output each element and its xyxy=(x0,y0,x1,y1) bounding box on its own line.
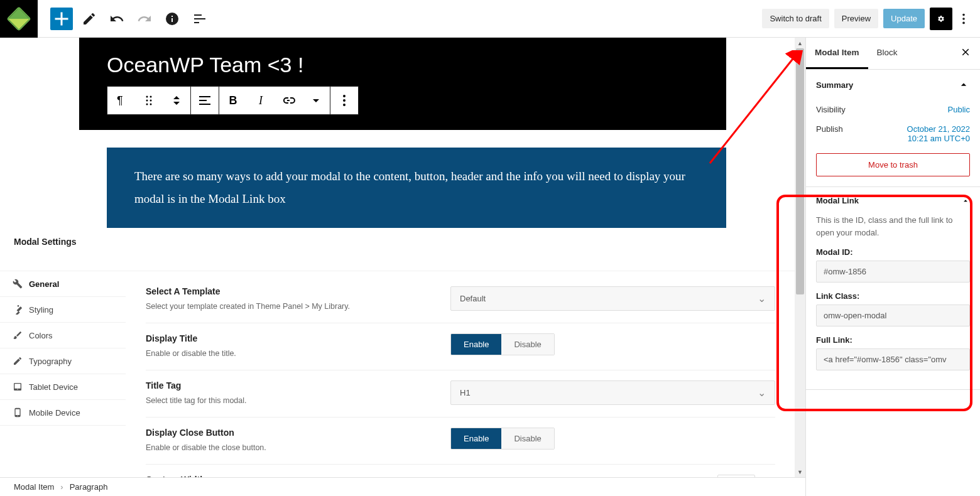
undo-icon[interactable] xyxy=(106,8,128,30)
svg-point-6 xyxy=(146,100,148,102)
publish-value[interactable]: October 21, 202210:21 am UTC+0 xyxy=(907,124,970,143)
summary-section-header[interactable]: Summary xyxy=(806,70,980,100)
svg-point-0 xyxy=(962,13,965,16)
select-template-dropdown[interactable]: Default xyxy=(450,286,775,311)
title-tag-title: Title Tag xyxy=(146,380,450,391)
close-button-toggle[interactable]: EnableDisable xyxy=(450,428,555,450)
update-button[interactable]: Update xyxy=(883,9,925,28)
display-title-desc: Enable or disable the title. xyxy=(146,347,450,360)
close-button-desc: Enable or disable the close button. xyxy=(146,441,450,454)
full-link-input[interactable] xyxy=(816,348,970,370)
sidebar-tab-modal-item[interactable]: Modal Item xyxy=(806,38,868,69)
block-toolbar: ¶ B I xyxy=(107,86,359,115)
tab-general[interactable]: General xyxy=(0,271,126,297)
preview-button[interactable]: Preview xyxy=(834,9,878,28)
scroll-up-icon[interactable]: ▲ xyxy=(795,38,805,48)
tab-mobile[interactable]: Mobile Device xyxy=(0,400,126,426)
site-logo[interactable] xyxy=(0,0,38,38)
modal-link-desc: This is the ID, class and the full link … xyxy=(816,214,970,239)
svg-point-7 xyxy=(150,100,152,102)
svg-point-12 xyxy=(343,104,346,106)
tab-general-label: General xyxy=(29,279,59,289)
modal-id-input[interactable] xyxy=(816,261,970,283)
editor-scrollbar[interactable]: ▲ ▼ xyxy=(795,38,805,477)
edit-mode-icon[interactable] xyxy=(78,8,101,30)
breadcrumb-root[interactable]: Modal Item xyxy=(14,482,54,492)
switch-to-draft-button[interactable]: Switch to draft xyxy=(762,9,829,28)
list-view-icon[interactable] xyxy=(188,8,211,30)
svg-text:¶: ¶ xyxy=(117,94,123,107)
modal-link-section-header[interactable]: Modal Link xyxy=(806,187,980,214)
publish-label: Publish xyxy=(816,124,843,143)
add-block-button[interactable] xyxy=(50,8,73,30)
breadcrumb: Modal Item › Paragraph xyxy=(0,477,805,496)
tab-colors[interactable]: Colors xyxy=(0,323,126,348)
sidebar-tab-block[interactable]: Block xyxy=(868,38,906,69)
link-icon[interactable] xyxy=(275,87,302,114)
align-icon[interactable] xyxy=(191,87,219,114)
drag-handle-icon[interactable] xyxy=(135,87,163,114)
move-updown-icon[interactable] xyxy=(163,87,190,114)
close-button-title: Display Close Button xyxy=(146,428,450,438)
tab-colors-label: Colors xyxy=(29,331,53,340)
paragraph-block[interactable]: There are so many ways to add your modal… xyxy=(107,148,726,228)
svg-point-2 xyxy=(962,21,965,24)
link-class-input[interactable] xyxy=(816,305,970,326)
redo-icon[interactable] xyxy=(133,8,156,30)
visibility-label: Visibility xyxy=(816,105,846,114)
info-icon[interactable] xyxy=(161,8,183,30)
tab-typography[interactable]: Typography xyxy=(0,348,126,374)
move-to-trash-button[interactable]: Move to trash xyxy=(816,153,970,176)
chevron-up-icon xyxy=(957,78,970,91)
scroll-down-icon[interactable]: ▼ xyxy=(795,466,805,477)
svg-point-11 xyxy=(343,99,346,102)
svg-point-10 xyxy=(343,95,346,97)
svg-point-1 xyxy=(962,18,965,20)
link-class-label: Link Class: xyxy=(816,291,970,301)
page-title[interactable]: OceanWP Team <3 ! xyxy=(107,53,699,77)
svg-point-8 xyxy=(146,104,148,105)
svg-point-9 xyxy=(150,104,152,105)
tab-tablet-label: Tablet Device xyxy=(29,382,78,392)
display-title-title: Display Title xyxy=(146,333,450,343)
modal-settings-heading: Modal Settings xyxy=(0,228,805,252)
tab-typography-label: Typography xyxy=(29,357,72,366)
close-sidebar-icon[interactable] xyxy=(951,38,980,69)
chevron-down-icon[interactable] xyxy=(302,87,330,114)
svg-point-4 xyxy=(146,96,148,98)
italic-icon[interactable]: I xyxy=(247,87,275,114)
tab-styling[interactable]: Styling xyxy=(0,297,126,323)
collapse-icon xyxy=(961,197,970,205)
breadcrumb-leaf[interactable]: Paragraph xyxy=(70,482,108,492)
tab-tablet[interactable]: Tablet Device xyxy=(0,374,126,400)
title-tag-dropdown[interactable]: H1 xyxy=(450,380,775,405)
title-tag-desc: Select title tag for this modal. xyxy=(146,394,450,407)
tab-styling-label: Styling xyxy=(29,305,53,315)
paragraph-icon[interactable]: ¶ xyxy=(107,87,135,114)
display-title-toggle[interactable]: EnableDisable xyxy=(450,333,555,355)
select-template-title: Select A Template xyxy=(146,286,450,296)
select-template-desc: Select your template created in Theme Pa… xyxy=(146,300,450,313)
full-link-label: Full Link: xyxy=(816,335,970,345)
visibility-value[interactable]: Public xyxy=(948,105,970,114)
more-options-icon[interactable] xyxy=(952,8,975,30)
block-more-icon[interactable] xyxy=(330,87,358,114)
svg-point-5 xyxy=(150,96,152,98)
tab-mobile-label: Mobile Device xyxy=(29,408,80,418)
settings-gear-icon[interactable] xyxy=(930,8,952,30)
bold-icon[interactable]: B xyxy=(219,87,247,114)
modal-id-label: Modal ID: xyxy=(816,247,970,257)
